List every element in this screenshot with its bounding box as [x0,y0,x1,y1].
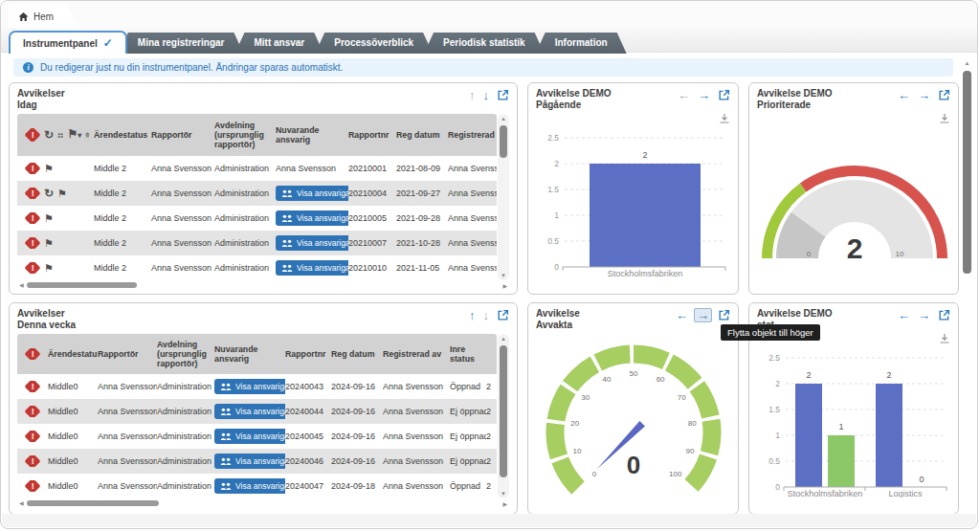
svg-text:0.5: 0.5 [768,456,780,466]
table-row[interactable]: ! Middle0 Anna Svensson Administration V… [17,374,497,399]
visa-ansvariga-button[interactable]: Visa ansvariga [214,404,285,419]
col-avdelning[interactable]: Avdelning (ursprunglig rapportör) [157,340,214,368]
sync-icon[interactable]: ↻ [44,129,54,141]
scroll-thumb[interactable] [963,71,971,274]
people-icon[interactable] [57,130,63,141]
bar-blue-stockholmsfabriken[interactable] [795,384,822,487]
table-horizontal-scrollbar[interactable]: ◀ [17,499,497,508]
people-icon [281,214,293,223]
move-right-icon[interactable]: → [698,89,710,101]
table-row[interactable]: ! Middle0 Anna Svensson Administration V… [17,399,497,424]
alert-filter-icon[interactable]: ! [25,128,41,142]
table-row[interactable]: ! Middle0 Anna Svensson Administration V… [17,474,497,498]
trash-icon[interactable] [85,129,90,141]
scroll-up-arrow[interactable]: ▲ [498,336,509,342]
move-left-icon[interactable]: ← [678,89,690,101]
table-vertical-scrollbar[interactable]: ▲ ▼ [498,334,509,498]
move-left-icon[interactable]: ← [676,309,688,321]
visa-ansvariga-button[interactable]: Visa ansvariga [214,429,285,444]
move-left-icon[interactable]: ← [898,309,910,321]
col-rapportnr[interactable]: Rapportnr [285,349,331,359]
scroll-left-arrow[interactable]: ◀ [19,499,24,506]
move-right-icon[interactable]: → [918,89,930,101]
open-external-icon[interactable] [718,309,730,321]
open-external-icon[interactable] [938,309,950,321]
svg-text:2.5: 2.5 [768,353,780,363]
alert-filter-icon[interactable]: ! [25,348,41,360]
scroll-thumb[interactable] [500,125,507,158]
svg-text:0.5: 0.5 [547,236,559,246]
table-avvikelser-idag: ! ↻ ⚑▾ Ärendestatus Rapportör Avdelning … [17,114,497,280]
svg-text:Logistics: Logistics [888,489,923,498]
visa-ansvariga-button[interactable]: Visa ansvariga [276,260,348,276]
bar-blue-logistics[interactable] [876,384,902,487]
tab-mitt-ansvar[interactable]: Mitt ansvar [234,33,323,54]
col-rapportnr[interactable]: Rapportnr [348,130,396,140]
scroll-thumb[interactable] [27,282,137,288]
col-rapportor[interactable]: Rapportör [98,349,157,359]
flag-filter-icon[interactable]: ⚑▾ [68,128,82,142]
tab-periodisk-statistik[interactable]: Periodisk statistik [424,33,545,54]
download-icon[interactable] [719,113,730,124]
panel-avvikelse-demo-pagaende: Avvikelse DEMOPågående ← → 2.5 2 1.5 1 0… [527,82,739,295]
tab-mina-registreringar[interactable]: Mina registreringar [119,33,244,54]
table-row[interactable]: !⚑ Middle 2 Anna Svensson Administration… [17,206,497,231]
move-up-icon[interactable]: ↑ [469,309,476,321]
table-row[interactable]: !↻⚑ Middle 2 Anna Svensson Administratio… [17,181,497,206]
col-reg-datum[interactable]: Reg datum [331,349,383,359]
open-external-icon[interactable] [938,89,950,101]
scroll-down-arrow[interactable]: ▼ [498,273,509,278]
scroll-up-arrow[interactable]: ▲ [961,60,973,66]
open-external-icon[interactable] [718,89,730,101]
col-avdelning[interactable]: Avdelning (ursprunglig rapportör) [214,121,276,149]
visa-ansvariga-button[interactable]: Visa ansvariga [276,210,348,226]
table-row[interactable]: ! Middle0 Anna Svensson Administration V… [17,424,497,449]
move-right-icon[interactable]: → [694,308,712,322]
col-registrerad-av[interactable]: Registrerad av [383,349,450,359]
scroll-right-arrow[interactable]: ▶ [502,282,507,289]
scroll-thumb[interactable] [27,500,159,506]
dropdown-icon: ▾ [78,131,81,140]
scroll-right-arrow[interactable]: ▶ [502,500,507,507]
tab-instrumentpanel[interactable]: Instrumentpanel ✓ [9,31,127,54]
visa-ansvariga-button[interactable]: Visa ansvariga [276,186,348,201]
col-nuvarande-ansvarig[interactable]: Nuvarande ansvarig [276,125,348,144]
table-vertical-scrollbar[interactable]: ▲ ▼ [498,114,509,280]
visa-ansvariga-button[interactable]: Visa ansvariga [276,235,348,251]
open-external-icon[interactable] [497,89,509,101]
table-horizontal-scrollbar[interactable]: ◀ [17,281,497,290]
move-left-icon[interactable]: ← [898,89,910,101]
table-row[interactable]: !⚑ Middle 2 Anna Svensson Administration… [17,255,497,280]
scroll-thumb[interactable] [500,345,507,477]
table-row[interactable]: !⚑ Middle 2 Anna Svensson Administration… [17,156,497,181]
visa-ansvariga-button[interactable]: Visa ansvariga [214,454,285,469]
scroll-down-arrow[interactable]: ▼ [498,491,509,497]
panel-title: AvvikelserIdag [17,88,65,111]
open-external-icon[interactable] [497,309,509,321]
visa-ansvariga-button[interactable]: Visa ansvariga [214,379,285,394]
move-down-icon[interactable]: ↓ [483,89,490,101]
move-down-icon[interactable]: ↓ [483,309,490,321]
col-nuvarande-ansvarig[interactable]: Nuvarande ansvarig [214,344,285,364]
bar-green-stockholmsfabriken[interactable] [828,435,855,487]
move-up-icon[interactable]: ↑ [469,89,476,101]
bar-stockholmsfabriken[interactable] [590,164,701,267]
table-row[interactable]: ! Middle0 Anna Svensson Administration V… [17,449,497,474]
col-inre-status[interactable]: Inre status [450,344,486,364]
col-reg-datum[interactable]: Reg datum [396,130,448,140]
download-icon[interactable] [939,113,950,124]
move-right-icon[interactable]: → [918,309,930,321]
svg-text:2: 2 [886,370,891,380]
table-row[interactable]: !⚑ Middle 2 Anna Svensson Administration… [17,231,497,255]
download-icon[interactable] [939,333,950,344]
col-arendestatus[interactable]: Ärendestatus [48,349,98,359]
tab-information[interactable]: Information [536,33,627,54]
col-registrerad[interactable]: Registrerad [448,130,497,140]
scroll-up-arrow[interactable]: ▲ [498,116,509,122]
col-arendestatus[interactable]: Ärendestatus [94,130,151,140]
col-rapportor[interactable]: Rapportör [151,130,214,140]
scroll-left-arrow[interactable]: ◀ [19,281,24,288]
page-scrollbar[interactable]: ▲ ▼ [961,58,973,521]
tab-processoverblick[interactable]: Processöverblick [315,33,433,54]
visa-ansvariga-button[interactable]: Visa ansvariga [214,478,285,494]
